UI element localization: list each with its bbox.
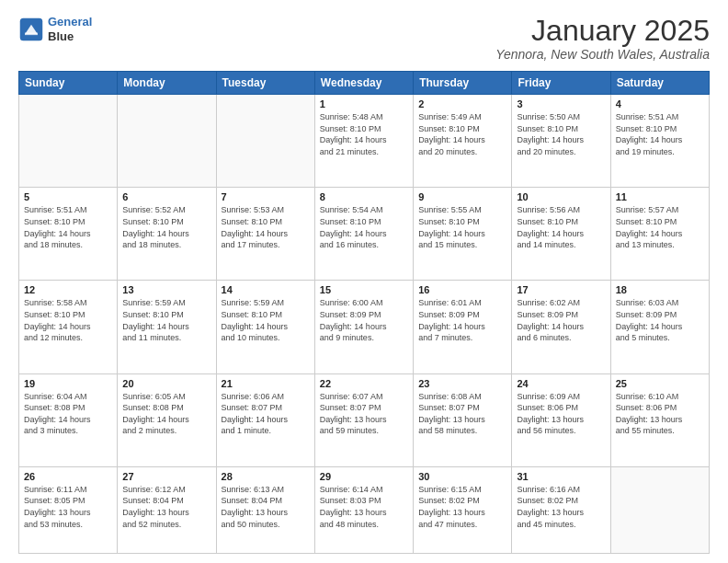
cell-daylight-info: Sunrise: 6:14 AM Sunset: 8:03 PM Dayligh…	[320, 484, 408, 530]
calendar-week-row: 19Sunrise: 6:04 AM Sunset: 8:08 PM Dayli…	[19, 373, 710, 466]
day-number: 28	[222, 471, 310, 482]
location: Yennora, New South Wales, Australia	[495, 47, 710, 62]
calendar-cell: 5Sunrise: 5:51 AM Sunset: 8:10 PM Daylig…	[19, 188, 118, 281]
day-number: 30	[418, 471, 506, 482]
cell-daylight-info: Sunrise: 5:51 AM Sunset: 8:10 PM Dayligh…	[24, 204, 112, 250]
cell-daylight-info: Sunrise: 6:07 AM Sunset: 8:07 PM Dayligh…	[320, 391, 408, 437]
cell-daylight-info: Sunrise: 6:04 AM Sunset: 8:08 PM Dayligh…	[24, 391, 112, 437]
calendar-cell: 18Sunrise: 6:03 AM Sunset: 8:09 PM Dayli…	[610, 281, 709, 373]
day-number: 5	[24, 191, 112, 202]
calendar-cell: 14Sunrise: 5:59 AM Sunset: 8:10 PM Dayli…	[216, 281, 314, 373]
calendar-cell	[118, 95, 216, 188]
calendar-cell: 2Sunrise: 5:49 AM Sunset: 8:10 PM Daylig…	[414, 95, 512, 188]
cell-daylight-info: Sunrise: 5:59 AM Sunset: 8:10 PM Dayligh…	[222, 297, 310, 343]
calendar-cell: 6Sunrise: 5:52 AM Sunset: 8:10 PM Daylig…	[118, 188, 216, 281]
calendar-cell	[19, 95, 118, 188]
logo-line1: General	[48, 15, 92, 29]
day-number: 7	[222, 191, 310, 202]
calendar-cell: 1Sunrise: 5:48 AM Sunset: 8:10 PM Daylig…	[314, 95, 413, 188]
weekday-header-row: SundayMondayTuesdayWednesdayThursdayFrid…	[19, 72, 710, 95]
header: General Blue January 2025 Yennora, New S…	[18, 15, 710, 62]
cell-daylight-info: Sunrise: 5:55 AM Sunset: 8:10 PM Dayligh…	[418, 204, 506, 250]
cell-daylight-info: Sunrise: 5:56 AM Sunset: 8:10 PM Dayligh…	[517, 204, 605, 250]
day-number: 20	[122, 378, 210, 389]
cell-daylight-info: Sunrise: 5:48 AM Sunset: 8:10 PM Dayligh…	[320, 111, 408, 157]
cell-daylight-info: Sunrise: 6:09 AM Sunset: 8:06 PM Dayligh…	[517, 391, 605, 437]
calendar-week-row: 12Sunrise: 5:58 AM Sunset: 8:10 PM Dayli…	[19, 281, 710, 373]
calendar-cell: 26Sunrise: 6:11 AM Sunset: 8:05 PM Dayli…	[19, 466, 118, 553]
calendar-cell: 10Sunrise: 5:56 AM Sunset: 8:10 PM Dayli…	[512, 188, 610, 281]
weekday-header-thursday: Thursday	[414, 72, 512, 95]
weekday-header-saturday: Saturday	[610, 72, 709, 95]
cell-daylight-info: Sunrise: 6:01 AM Sunset: 8:09 PM Dayligh…	[418, 297, 506, 343]
day-number: 3	[517, 98, 605, 109]
calendar-cell: 20Sunrise: 6:05 AM Sunset: 8:08 PM Dayli…	[118, 373, 216, 466]
cell-daylight-info: Sunrise: 6:02 AM Sunset: 8:09 PM Dayligh…	[517, 297, 605, 343]
page: General Blue January 2025 Yennora, New S…	[0, 0, 728, 563]
day-number: 14	[222, 284, 310, 295]
day-number: 2	[418, 98, 506, 109]
day-number: 1	[320, 98, 408, 109]
day-number: 10	[517, 191, 605, 202]
day-number: 25	[616, 378, 704, 389]
calendar-cell: 31Sunrise: 6:16 AM Sunset: 8:02 PM Dayli…	[512, 466, 610, 553]
logo-line2: Blue	[48, 29, 92, 44]
calendar-cell: 27Sunrise: 6:12 AM Sunset: 8:04 PM Dayli…	[118, 466, 216, 553]
calendar-cell: 3Sunrise: 5:50 AM Sunset: 8:10 PM Daylig…	[512, 95, 610, 188]
calendar-cell: 25Sunrise: 6:10 AM Sunset: 8:06 PM Dayli…	[610, 373, 709, 466]
cell-daylight-info: Sunrise: 6:10 AM Sunset: 8:06 PM Dayligh…	[616, 391, 704, 437]
title-section: January 2025 Yennora, New South Wales, A…	[495, 15, 710, 62]
weekday-header-monday: Monday	[118, 72, 216, 95]
calendar-cell: 4Sunrise: 5:51 AM Sunset: 8:10 PM Daylig…	[610, 95, 709, 188]
cell-daylight-info: Sunrise: 6:15 AM Sunset: 8:02 PM Dayligh…	[418, 484, 506, 530]
day-number: 21	[222, 378, 310, 389]
day-number: 13	[122, 284, 210, 295]
day-number: 29	[320, 471, 408, 482]
calendar-cell: 21Sunrise: 6:06 AM Sunset: 8:07 PM Dayli…	[216, 373, 314, 466]
calendar-cell: 13Sunrise: 5:59 AM Sunset: 8:10 PM Dayli…	[118, 281, 216, 373]
cell-daylight-info: Sunrise: 6:08 AM Sunset: 8:07 PM Dayligh…	[418, 391, 506, 437]
cell-daylight-info: Sunrise: 5:54 AM Sunset: 8:10 PM Dayligh…	[320, 204, 408, 250]
cell-daylight-info: Sunrise: 6:00 AM Sunset: 8:09 PM Dayligh…	[320, 297, 408, 343]
calendar-cell: 9Sunrise: 5:55 AM Sunset: 8:10 PM Daylig…	[414, 188, 512, 281]
cell-daylight-info: Sunrise: 5:51 AM Sunset: 8:10 PM Dayligh…	[616, 111, 704, 157]
calendar-week-row: 26Sunrise: 6:11 AM Sunset: 8:05 PM Dayli…	[19, 466, 710, 553]
day-number: 23	[418, 378, 506, 389]
logo-text: General Blue	[48, 15, 92, 43]
day-number: 19	[24, 378, 112, 389]
calendar-cell: 30Sunrise: 6:15 AM Sunset: 8:02 PM Dayli…	[414, 466, 512, 553]
calendar-cell: 28Sunrise: 6:13 AM Sunset: 8:04 PM Dayli…	[216, 466, 314, 553]
calendar-cell: 23Sunrise: 6:08 AM Sunset: 8:07 PM Dayli…	[414, 373, 512, 466]
calendar-week-row: 1Sunrise: 5:48 AM Sunset: 8:10 PM Daylig…	[19, 95, 710, 188]
cell-daylight-info: Sunrise: 5:59 AM Sunset: 8:10 PM Dayligh…	[122, 297, 210, 343]
weekday-header-tuesday: Tuesday	[216, 72, 314, 95]
calendar-cell: 15Sunrise: 6:00 AM Sunset: 8:09 PM Dayli…	[314, 281, 413, 373]
logo: General Blue	[18, 15, 92, 43]
cell-daylight-info: Sunrise: 5:50 AM Sunset: 8:10 PM Dayligh…	[517, 111, 605, 157]
calendar-cell: 22Sunrise: 6:07 AM Sunset: 8:07 PM Dayli…	[314, 373, 413, 466]
day-number: 12	[24, 284, 112, 295]
cell-daylight-info: Sunrise: 6:11 AM Sunset: 8:05 PM Dayligh…	[24, 484, 112, 530]
calendar-cell: 16Sunrise: 6:01 AM Sunset: 8:09 PM Dayli…	[414, 281, 512, 373]
day-number: 27	[122, 471, 210, 482]
calendar-cell: 29Sunrise: 6:14 AM Sunset: 8:03 PM Dayli…	[314, 466, 413, 553]
calendar-cell: 24Sunrise: 6:09 AM Sunset: 8:06 PM Dayli…	[512, 373, 610, 466]
calendar-cell: 12Sunrise: 5:58 AM Sunset: 8:10 PM Dayli…	[19, 281, 118, 373]
cell-daylight-info: Sunrise: 5:57 AM Sunset: 8:10 PM Dayligh…	[616, 204, 704, 250]
day-number: 8	[320, 191, 408, 202]
day-number: 31	[517, 471, 605, 482]
day-number: 18	[616, 284, 704, 295]
cell-daylight-info: Sunrise: 6:16 AM Sunset: 8:02 PM Dayligh…	[517, 484, 605, 530]
cell-daylight-info: Sunrise: 5:52 AM Sunset: 8:10 PM Dayligh…	[122, 204, 210, 250]
cell-daylight-info: Sunrise: 5:58 AM Sunset: 8:10 PM Dayligh…	[24, 297, 112, 343]
day-number: 4	[616, 98, 704, 109]
logo-icon	[18, 17, 44, 42]
svg-rect-2	[25, 32, 38, 35]
calendar: SundayMondayTuesdayWednesdayThursdayFrid…	[18, 71, 710, 554]
calendar-cell: 17Sunrise: 6:02 AM Sunset: 8:09 PM Dayli…	[512, 281, 610, 373]
day-number: 22	[320, 378, 408, 389]
cell-daylight-info: Sunrise: 6:06 AM Sunset: 8:07 PM Dayligh…	[222, 391, 310, 437]
cell-daylight-info: Sunrise: 6:05 AM Sunset: 8:08 PM Dayligh…	[122, 391, 210, 437]
weekday-header-friday: Friday	[512, 72, 610, 95]
cell-daylight-info: Sunrise: 5:49 AM Sunset: 8:10 PM Dayligh…	[418, 111, 506, 157]
